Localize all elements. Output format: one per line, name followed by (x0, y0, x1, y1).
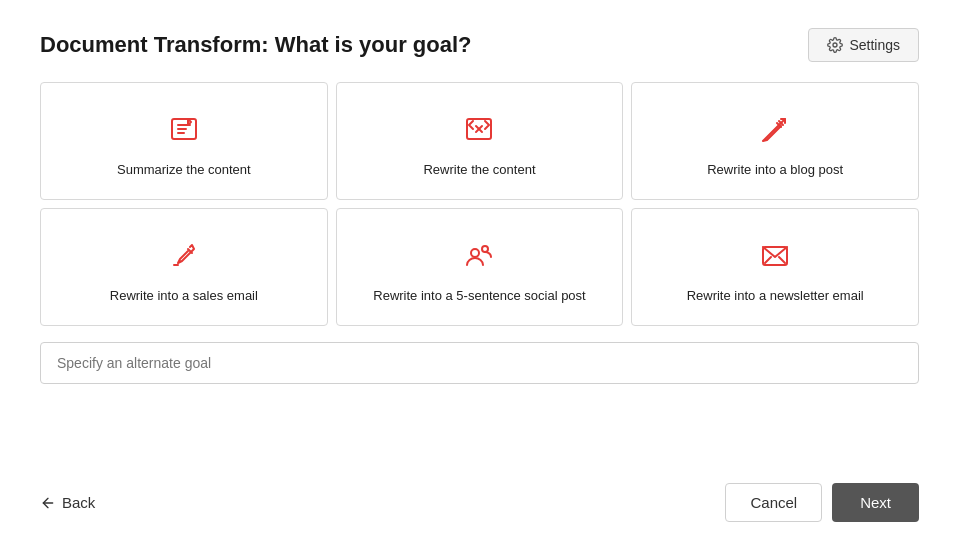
sales-email-icon (166, 237, 202, 273)
card-newsletter-label: Rewrite into a newsletter email (687, 287, 864, 305)
svg-point-0 (833, 43, 837, 47)
settings-button[interactable]: Settings (808, 28, 919, 62)
blog-icon (757, 111, 793, 147)
next-button[interactable]: Next (832, 483, 919, 522)
card-sales-email[interactable]: Rewrite into a sales email (40, 208, 328, 326)
newsletter-icon (757, 237, 793, 273)
rewrite-icon (461, 111, 497, 147)
back-label: Back (62, 494, 95, 511)
summarize-icon (166, 111, 202, 147)
card-rewrite-label: Rewrite the content (423, 161, 535, 179)
svg-point-5 (471, 249, 479, 257)
card-blog-label: Rewrite into a blog post (707, 161, 843, 179)
back-arrow-icon (40, 495, 56, 511)
card-social-label: Rewrite into a 5-sentence social post (373, 287, 585, 305)
goal-grid: Summarize the content Rewrite the conten… (40, 82, 919, 326)
card-summarize-label: Summarize the content (117, 161, 251, 179)
alternate-goal-input[interactable] (40, 342, 919, 384)
svg-line-4 (188, 249, 192, 253)
page-title: Document Transform: What is your goal? (40, 32, 471, 58)
back-button[interactable]: Back (40, 494, 95, 511)
cancel-button[interactable]: Cancel (725, 483, 822, 522)
social-icon (461, 237, 497, 273)
card-newsletter[interactable]: Rewrite into a newsletter email (631, 208, 919, 326)
gear-icon (827, 37, 843, 53)
card-blog[interactable]: Rewrite into a blog post (631, 82, 919, 200)
card-summarize[interactable]: Summarize the content (40, 82, 328, 200)
card-social[interactable]: Rewrite into a 5-sentence social post (336, 208, 624, 326)
settings-label: Settings (849, 37, 900, 53)
card-sales-email-label: Rewrite into a sales email (110, 287, 258, 305)
card-rewrite[interactable]: Rewrite the content (336, 82, 624, 200)
